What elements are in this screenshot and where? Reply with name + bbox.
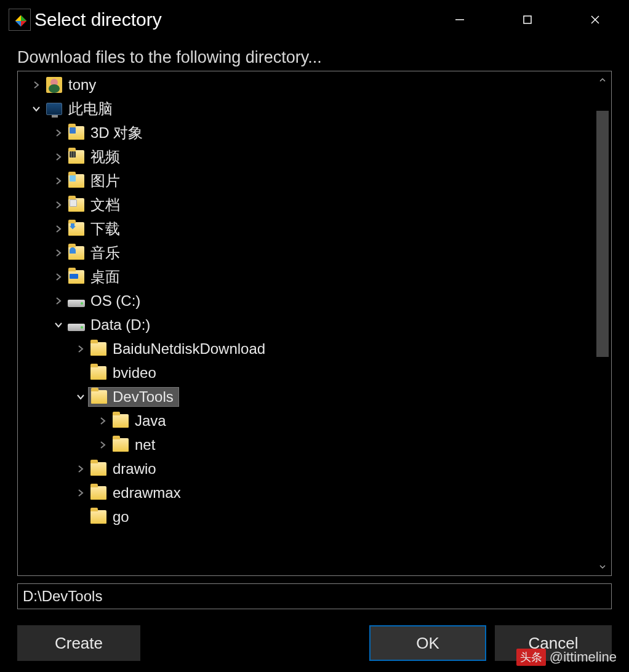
lib-desk-icon	[66, 267, 87, 287]
tree-row-label: tony	[65, 75, 96, 95]
svg-marker-2	[15, 21, 21, 26]
tree-row-label: 音乐	[87, 243, 120, 263]
chevron-right-icon[interactable]	[51, 193, 66, 217]
tree-row[interactable]: tony	[18, 73, 594, 97]
tree-row[interactable]: Data (D:)	[18, 313, 594, 337]
tree-row[interactable]: net	[18, 433, 594, 457]
tree-row[interactable]: Java	[18, 409, 594, 433]
tree-row-label: 此电脑	[65, 99, 113, 119]
tree-row-label: 文档	[87, 195, 120, 215]
create-button[interactable]: Create	[17, 625, 140, 661]
chevron-right-icon[interactable]	[73, 337, 88, 361]
tree-row[interactable]: 3D 对象	[18, 121, 594, 145]
chevron-right-icon[interactable]	[51, 217, 66, 241]
chevron-right-icon[interactable]	[29, 73, 44, 97]
tree-row-label: DevTools	[109, 387, 179, 407]
tree-row-label: 图片	[87, 171, 120, 191]
scroll-up-icon[interactable]	[594, 71, 611, 89]
drive-icon	[66, 291, 87, 311]
tree-row-label: go	[109, 507, 129, 527]
tree-row-label: 3D 对象	[87, 123, 143, 143]
svg-marker-3	[15, 15, 21, 21]
folder-icon	[88, 363, 109, 383]
folder-icon	[88, 459, 109, 479]
instruction-text: Download files to the following director…	[17, 39, 612, 71]
chevron-down-icon[interactable]	[73, 385, 88, 409]
folder-icon	[110, 435, 131, 455]
ok-button[interactable]: OK	[369, 625, 486, 661]
tree-row[interactable]: BaiduNetdiskDownload	[18, 337, 594, 361]
scroll-down-icon[interactable]	[594, 558, 611, 575]
directory-tree: tony此电脑3D 对象视频图片文档下载音乐桌面OS (C:)Data (D:)…	[17, 71, 612, 576]
pc-icon	[44, 99, 65, 119]
path-input-value: D:\DevTools	[23, 588, 102, 605]
expander-placeholder	[73, 505, 88, 529]
window-controls	[426, 0, 629, 39]
tree-row[interactable]: bvideo	[18, 361, 594, 385]
chevron-right-icon[interactable]	[51, 265, 66, 289]
folder-icon	[110, 411, 131, 431]
tree-row[interactable]: drawio	[18, 457, 594, 481]
tree-row-label: Java	[131, 411, 166, 431]
expander-placeholder	[73, 361, 88, 385]
tree-row-label: 视频	[87, 147, 120, 167]
drive-icon	[66, 315, 87, 335]
tree-row[interactable]: 此电脑	[18, 97, 594, 121]
lib-dl-icon	[66, 219, 87, 239]
chevron-right-icon[interactable]	[51, 145, 66, 169]
chevron-right-icon[interactable]	[51, 289, 66, 313]
tree-row[interactable]: go	[18, 505, 594, 529]
tree-row-label: 桌面	[87, 267, 120, 287]
watermark-text: @ittimeline	[550, 649, 617, 665]
user-icon	[44, 75, 65, 95]
chevron-right-icon[interactable]	[73, 481, 88, 505]
app-icon	[9, 9, 31, 31]
folder-icon	[88, 339, 109, 359]
tree-row-label: OS (C:)	[87, 291, 140, 311]
tree-row-label: 下载	[87, 219, 120, 239]
folder-icon	[88, 387, 109, 407]
tree-row[interactable]: 图片	[18, 169, 594, 193]
tree-row-label: Data (D:)	[87, 315, 150, 335]
chevron-right-icon[interactable]	[95, 433, 110, 457]
tree-row[interactable]: 文档	[18, 193, 594, 217]
lib-vid-icon	[66, 147, 87, 167]
watermark-logo: 头条	[516, 649, 546, 666]
chevron-right-icon[interactable]	[73, 457, 88, 481]
watermark: 头条 @ittimeline	[516, 649, 617, 666]
folder-icon	[88, 483, 109, 503]
tree-row[interactable]: 桌面	[18, 265, 594, 289]
ok-button-label: OK	[416, 634, 439, 653]
path-input[interactable]: D:\DevTools	[17, 583, 612, 609]
tree-row-label: drawio	[109, 459, 156, 479]
lib-blue-icon	[66, 123, 87, 143]
tree-row-label: edrawmax	[109, 483, 181, 503]
chevron-down-icon[interactable]	[29, 97, 44, 121]
chevron-right-icon[interactable]	[95, 409, 110, 433]
tree-row[interactable]: 视频	[18, 145, 594, 169]
titlebar: Select directory	[0, 0, 629, 39]
create-button-label: Create	[55, 634, 103, 653]
minimize-button[interactable]	[426, 0, 494, 39]
chevron-right-icon[interactable]	[51, 121, 66, 145]
tree-row[interactable]: edrawmax	[18, 481, 594, 505]
tree-row-label: net	[131, 435, 155, 455]
svg-rect-5	[524, 16, 531, 23]
chevron-right-icon[interactable]	[51, 169, 66, 193]
lib-mus-icon	[66, 243, 87, 263]
tree-row[interactable]: 音乐	[18, 241, 594, 265]
tree-row[interactable]: OS (C:)	[18, 289, 594, 313]
tree-row[interactable]: 下载	[18, 217, 594, 241]
maximize-button[interactable]	[494, 0, 561, 39]
lib-pic-icon	[66, 171, 87, 191]
svg-marker-1	[21, 15, 26, 21]
scroll-thumb[interactable]	[596, 111, 609, 357]
scrollbar[interactable]	[594, 71, 611, 575]
chevron-right-icon[interactable]	[51, 241, 66, 265]
tree-row[interactable]: DevTools	[18, 385, 594, 409]
close-button[interactable]	[561, 0, 629, 39]
lib-doc-icon	[66, 195, 87, 215]
window-title: Select directory	[34, 9, 162, 30]
chevron-down-icon[interactable]	[51, 313, 66, 337]
tree-row-label: bvideo	[109, 363, 156, 383]
